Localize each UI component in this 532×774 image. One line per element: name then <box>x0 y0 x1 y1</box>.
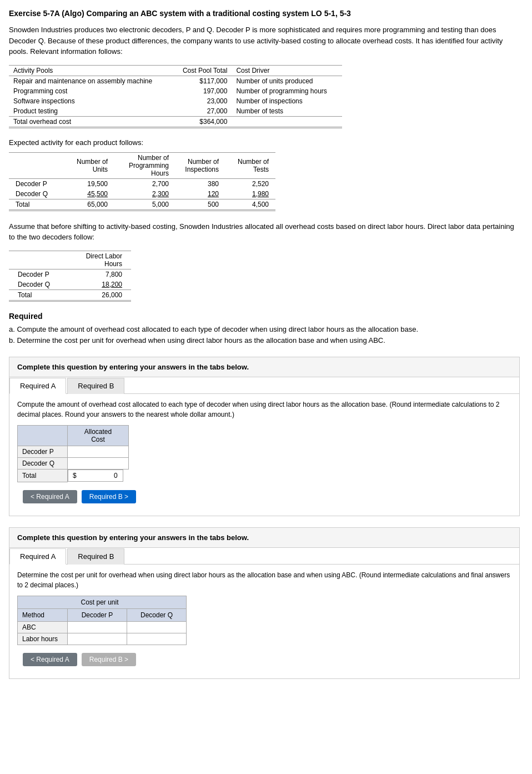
table-row: Decoder P 19,500 2,700 380 2,520 <box>9 178 275 189</box>
row-label: Decoder P <box>9 178 64 189</box>
col-header-insp: Number ofInspections <box>175 152 225 178</box>
table-row: Repair and maintenance on assembly machi… <box>9 76 342 86</box>
expected-activity-table: Number ofUnits Number ofProgrammingHours… <box>9 152 275 211</box>
tab-required-a-2[interactable]: Required A <box>9 548 66 565</box>
tab-required-b-2[interactable]: Required B <box>67 548 124 565</box>
row-label: Decoder Q <box>9 189 64 199</box>
total-tests: 4,500 <box>225 199 275 210</box>
tabs-container-1: Required A Required B Compute the amount… <box>9 377 519 516</box>
labor-decoder-p-cell[interactable] <box>68 633 127 645</box>
pool-name: Product testing <box>9 106 173 117</box>
insp-val: 380 <box>175 178 225 189</box>
col-header-activity: Activity Pools <box>9 65 173 76</box>
insp-val: 120 <box>175 189 225 199</box>
decoder-p-label: Decoder P <box>18 446 68 458</box>
total-row: Total 65,000 5,000 500 4,500 <box>9 199 275 210</box>
total-row: Total 26,000 <box>9 289 131 301</box>
pool-driver: Number of units produced <box>232 76 342 86</box>
table-row: Software inspections 23,000 Number of in… <box>9 96 342 106</box>
prev-button-1[interactable]: < Required A <box>23 490 77 503</box>
required-a-text: a. Compute the amount of overhead cost a… <box>9 324 520 336</box>
col-header-empty-alloc <box>18 426 68 446</box>
table-row: Product testing 27,000 Number of tests <box>9 106 342 117</box>
tabs-row-1: Required A Required B <box>9 377 519 394</box>
table-row: Decoder P <box>18 446 129 458</box>
tab-required-a-1[interactable]: Required A <box>9 378 66 394</box>
table-row: Decoder Q 18,200 <box>9 279 131 290</box>
prev-button-2[interactable]: < Required A <box>23 653 77 666</box>
total-alloc-cell: $ <box>68 470 123 482</box>
labor-decoder-q-input[interactable] <box>132 635 182 643</box>
total-value: $364,000 <box>173 116 232 127</box>
tests-val: 2,520 <box>225 178 275 189</box>
required-title: Required <box>9 312 520 321</box>
total-label: Total overhead cost <box>9 116 173 127</box>
pool-driver: Number of programming hours <box>232 86 342 96</box>
decoder-q-alloc-cell[interactable] <box>68 458 129 470</box>
table-row: Decoder Q <box>18 458 129 470</box>
total-row: Total overhead cost $364,000 <box>9 116 342 127</box>
pool-total: 197,000 <box>173 86 232 96</box>
pool-total: 27,000 <box>173 106 232 117</box>
next-button-1[interactable]: Required B > <box>82 490 136 503</box>
prog-val: 2,700 <box>114 178 175 189</box>
next-button-2: Required B > <box>82 653 136 666</box>
allocated-cost-table: Allocated Cost Decoder P Decoder Q <box>17 425 129 482</box>
abc-decoder-q-cell[interactable] <box>127 621 187 633</box>
pool-name: Software inspections <box>9 96 173 106</box>
total-label: Total <box>18 470 68 482</box>
row-label: Decoder Q <box>9 279 64 290</box>
table-row: Programming cost 197,000 Number of progr… <box>9 86 342 96</box>
tabs-row-2: Required A Required B <box>9 548 519 565</box>
total-label: Total <box>9 289 64 301</box>
pool-name: Programming cost <box>9 86 173 96</box>
decoder-q-alloc-input[interactable] <box>74 460 124 467</box>
nav-buttons-2: < Required A Required B > <box>23 653 511 666</box>
decoder-q-label: Decoder Q <box>18 458 68 470</box>
pool-name: Repair and maintenance on assembly machi… <box>9 76 173 86</box>
cpu-header: Cost per unit <box>18 596 187 608</box>
labor-decoder-p-input[interactable] <box>72 635 122 643</box>
nav-buttons-1: < Required A Required B > <box>23 490 511 503</box>
hours-val: 7,800 <box>64 269 131 279</box>
abc-decoder-p-cell[interactable] <box>68 621 127 633</box>
row-label: Decoder P <box>9 269 64 279</box>
col-header-alloc-cost: Allocated Cost <box>68 426 129 446</box>
method-abc: ABC <box>18 621 68 633</box>
tab-instruction-1: Compute the amount of overhead cost allo… <box>17 400 511 420</box>
abc-decoder-q-input[interactable] <box>132 623 182 631</box>
total-units: 65,000 <box>64 199 114 210</box>
dollar-sign: $ <box>73 472 77 480</box>
total-alloc-input[interactable] <box>79 472 118 480</box>
required-items: a. Compute the amount of overhead cost a… <box>9 324 520 347</box>
method-labor: Labor hours <box>18 633 68 645</box>
col-header-prog: Number ofProgrammingHours <box>114 152 175 178</box>
prog-val: 2,300 <box>114 189 175 199</box>
total-row: Total $ <box>18 470 129 482</box>
table-row: Decoder P 7,800 <box>9 269 131 279</box>
table-row: Decoder Q 45,500 2,300 120 1,980 <box>9 189 275 199</box>
assume-text: Assume that before shifting to activity-… <box>9 221 520 243</box>
required-b-text: b. Determine the cost per unit for overh… <box>9 335 520 347</box>
col-header-total: Cost Pool Total <box>173 65 232 76</box>
decoder-p-header: Decoder P <box>68 608 127 621</box>
decoder-p-alloc-input[interactable] <box>74 448 124 456</box>
total-hours: 26,000 <box>64 289 131 301</box>
tabs-container-2: Required A Required B Determine the cost… <box>9 548 519 678</box>
decoder-p-alloc-cell[interactable] <box>68 446 129 458</box>
tab-required-b-1[interactable]: Required B <box>67 378 124 394</box>
direct-labor-table: Direct LaborHours Decoder P 7,800 Decode… <box>9 251 131 302</box>
tab-content-1: Compute the amount of overhead cost allo… <box>9 394 519 509</box>
question-box-1: Complete this question by entering your … <box>9 357 519 377</box>
labor-decoder-q-cell[interactable] <box>127 633 187 645</box>
question-box-text-2: Complete this question by entering your … <box>17 533 249 542</box>
total-label: Total <box>9 199 64 210</box>
col-header-dlh: Direct LaborHours <box>64 251 131 269</box>
abc-decoder-p-input[interactable] <box>72 623 122 631</box>
tab-content-2: Determine the cost per unit for overhead… <box>9 565 519 672</box>
question-box-text-1: Complete this question by entering your … <box>17 363 249 371</box>
section1-wrapper: Complete this question by entering your … <box>9 357 520 516</box>
col-header-driver: Cost Driver <box>232 65 342 76</box>
question-box-2: Complete this question by entering your … <box>9 528 519 548</box>
table-row: Labor hours <box>18 633 187 645</box>
